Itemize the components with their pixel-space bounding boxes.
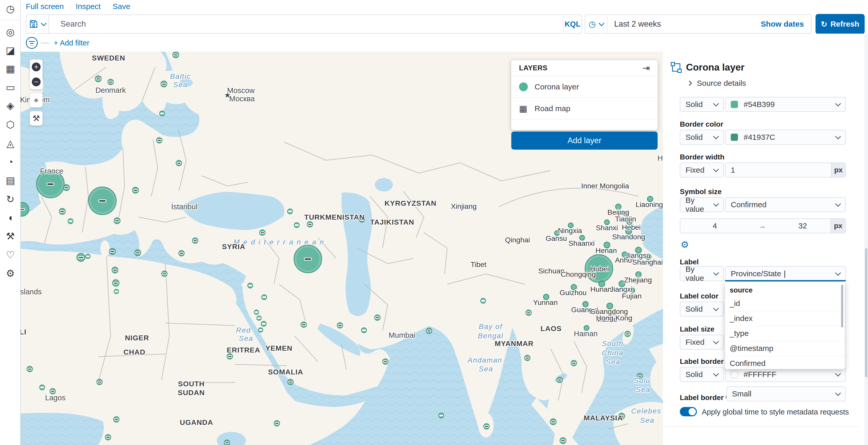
map-marker[interactable] [484, 423, 490, 430]
label-border-width-select[interactable]: Small [726, 386, 846, 401]
map-marker[interactable] [361, 327, 367, 333]
apm-icon[interactable]: ◖ [0, 210, 21, 225]
search-input[interactable]: Search [61, 20, 563, 29]
dropdown-option[interactable]: _index [725, 311, 845, 326]
layer-row[interactable]: Corona layer [511, 76, 658, 98]
wrench-icon[interactable]: ⚒ [33, 114, 40, 123]
map-marker[interactable] [560, 437, 566, 444]
toolbar-link-full-screen[interactable]: Full screen [26, 2, 64, 10]
add-layer-button[interactable]: Add layer [511, 131, 658, 150]
map-marker[interactable] [307, 221, 313, 227]
add-filter-link[interactable]: + Add filter [54, 39, 89, 47]
label-border-color-select[interactable]: #FFFFFF [725, 367, 846, 382]
zoom-out-button[interactable]: − [32, 77, 40, 86]
kql-button[interactable]: KQL [563, 15, 582, 33]
map-marker[interactable] [258, 327, 263, 332]
dropdown-option[interactable]: _type [725, 326, 845, 341]
map-marker[interactable] [337, 322, 343, 328]
map-marker[interactable] [287, 379, 293, 385]
map-marker[interactable] [293, 245, 322, 273]
border-width-type-select[interactable]: Fixed [680, 163, 724, 178]
map-marker[interactable] [254, 310, 259, 315]
map-marker[interactable] [159, 110, 165, 116]
border-width-input[interactable]: 1 [725, 163, 832, 178]
map-marker[interactable] [550, 418, 557, 425]
map-marker[interactable] [27, 366, 33, 372]
map-marker[interactable] [438, 413, 444, 418]
zoom-in-button[interactable]: + [32, 63, 40, 71]
map-marker[interactable] [571, 360, 577, 366]
source-details-accordion[interactable]: Source details [688, 79, 746, 88]
toolbar-link-inspect[interactable]: Inspect [76, 2, 101, 10]
query-bar[interactable]: Search KQL [26, 14, 582, 34]
label-field-combobox[interactable]: Province/State | [725, 266, 846, 281]
machine-learning-icon[interactable]: ⬡ [0, 117, 21, 132]
canvas-icon[interactable]: ▭ [0, 80, 21, 95]
dropdown-option[interactable]: _id [725, 296, 845, 311]
map-marker[interactable] [526, 310, 532, 316]
graph-icon[interactable]: ◬ [0, 136, 21, 151]
map-marker[interactable] [261, 294, 267, 300]
map-marker[interactable] [114, 289, 119, 294]
map-marker[interactable] [259, 229, 266, 236]
uptime-icon[interactable]: ↻ [0, 191, 21, 207]
map-marker[interactable] [192, 237, 198, 244]
symbol-size-type-select[interactable]: By value [680, 197, 724, 212]
map-marker[interactable] [480, 298, 486, 304]
saved-query-menu-button[interactable] [26, 15, 49, 33]
fill-color-type-select[interactable]: Solid [680, 97, 724, 112]
gear-icon[interactable]: ⚙ [681, 239, 689, 250]
discover-icon[interactable]: ◎ [0, 24, 21, 40]
recently-viewed-icon[interactable]: ◷ [0, 1, 21, 17]
map-marker[interactable] [112, 279, 119, 287]
panel-scrollbar[interactable] [864, 34, 868, 445]
map-marker[interactable] [132, 187, 139, 194]
refresh-button[interactable]: ↻ Refresh [815, 14, 865, 34]
dropdown-option[interactable]: @timestamp [725, 341, 845, 356]
show-dates-link[interactable]: Show dates [761, 20, 804, 28]
filter-icon[interactable] [26, 37, 38, 49]
symbol-size-range[interactable]: 4 → 32 [680, 218, 831, 233]
dropdown-scrollbar[interactable] [841, 285, 843, 327]
logs-icon[interactable]: ▤ [0, 172, 21, 188]
map-marker[interactable] [624, 331, 631, 337]
global-time-toggle[interactable] [680, 407, 697, 416]
map-marker[interactable] [134, 249, 141, 256]
map-marker[interactable] [113, 416, 119, 422]
crosshair-icon[interactable]: ⌖ [34, 96, 38, 105]
map-marker[interactable] [156, 137, 162, 144]
map-marker[interactable] [109, 248, 116, 255]
map-marker[interactable] [105, 434, 111, 440]
map-marker[interactable] [294, 222, 300, 228]
visualize-icon[interactable]: ◪ [0, 43, 21, 58]
map-marker[interactable] [256, 316, 261, 321]
stack-monitoring-icon[interactable]: ♡ [0, 247, 21, 263]
map-marker[interactable] [261, 321, 267, 327]
map-marker[interactable] [224, 440, 230, 445]
siem-icon[interactable]: ◔ [0, 154, 21, 170]
map-marker[interactable] [39, 384, 45, 390]
map-marker[interactable] [68, 218, 73, 224]
toolbar-link-save[interactable]: Save [113, 2, 130, 10]
fill-color-select[interactable]: #54B399 [725, 97, 846, 112]
map-marker[interactable] [112, 267, 118, 274]
map-marker[interactable] [374, 315, 380, 321]
map-marker[interactable] [274, 420, 280, 426]
maps-icon[interactable]: ◈ [0, 98, 21, 114]
map-marker[interactable] [176, 160, 182, 166]
symbol-size-field-select[interactable]: Confirmed [725, 197, 846, 212]
map-marker[interactable] [247, 283, 253, 288]
map-marker[interactable] [524, 355, 530, 361]
map-marker[interactable] [178, 250, 185, 256]
map-marker[interactable] [173, 52, 179, 58]
collapse-panel-icon[interactable]: ⇥ [643, 63, 650, 73]
date-picker[interactable]: ◷ Last 2 weeks Show dates [585, 14, 812, 34]
map-marker[interactable] [557, 377, 563, 383]
map-marker[interactable] [161, 271, 167, 277]
label-border-color-type-select[interactable]: Solid [680, 367, 724, 382]
map-marker[interactable] [382, 358, 389, 364]
map-marker[interactable] [96, 379, 103, 385]
map-marker[interactable] [85, 254, 90, 259]
dashboard-icon[interactable]: ▦ [0, 61, 21, 76]
border-color-select[interactable]: #41937C [725, 130, 846, 145]
